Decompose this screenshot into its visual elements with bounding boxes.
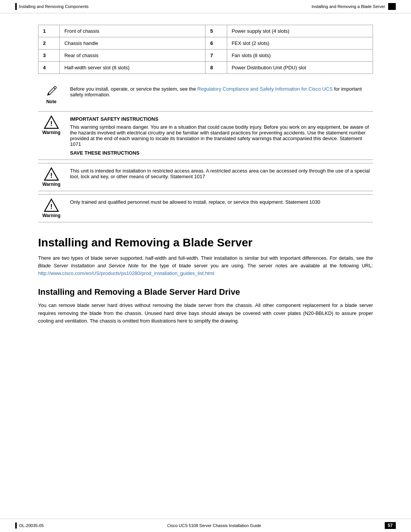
warning-body-1: This warning symbol means danger. You ar… <box>70 124 373 147</box>
page-wrapper: Installing and Removing Components Insta… <box>0 0 411 532</box>
warning-section-1: ! Warning IMPORTANT SAFETY INSTRUCTIONS … <box>38 111 373 160</box>
table-num: 8 <box>206 62 227 74</box>
table-num: 4 <box>38 62 60 74</box>
warning-icon-area-2: ! Warning <box>38 167 65 187</box>
header-left-text: Installing and Removing Components <box>19 4 89 9</box>
section1-body-text1: There are two types of blade server supp… <box>38 255 373 261</box>
table-label: Rear of chassis <box>60 50 206 62</box>
warning-label-3: Warning <box>42 213 61 218</box>
footer-left-text: OL-20035-05 <box>19 523 44 528</box>
table-row: 3 Rear of chassis 7 Fan slots (8 slots) <box>38 50 373 62</box>
table-label: Half-width server slot (8 slots) <box>60 62 206 74</box>
warning-icon-area-1: ! Warning <box>38 115 65 135</box>
page-header: Installing and Removing Components Insta… <box>0 0 411 13</box>
table-num: 1 <box>38 25 60 37</box>
table-label: FEX slot (2 slots) <box>227 37 373 50</box>
table-label: Chassis handle <box>60 37 206 50</box>
footer-right: 57 <box>385 522 396 529</box>
table-row: 1 Front of chassis 5 Power supply slot (… <box>38 25 373 37</box>
table-num: 5 <box>206 25 227 37</box>
table-label: Fan slots (8 slots) <box>227 50 373 62</box>
svg-text:!: ! <box>50 203 53 211</box>
table-num: 7 <box>206 50 227 62</box>
table-num: 3 <box>38 50 60 62</box>
components-table: 1 Front of chassis 5 Power supply slot (… <box>38 25 373 74</box>
note-icon-area: Note <box>38 85 65 104</box>
warning-content-2: This unit is intended for installation i… <box>70 167 373 179</box>
warning-triangle-icon: ! <box>44 198 59 212</box>
svg-line-0 <box>49 88 55 94</box>
warning-inner-3: ! Warning Only trained and qualified per… <box>38 198 373 218</box>
warning-content-3: Only trained and qualified personnel mus… <box>70 198 373 205</box>
footer-left-bar <box>15 522 17 529</box>
section1-body-text2: for the type of blade server you are usi… <box>139 263 373 268</box>
warning-inner-2: ! Warning This unit is intended for inst… <box>38 167 373 187</box>
footer-center-text: Cisco UCS 5108 Server Chassis Installati… <box>167 523 261 528</box>
warning-title-1: IMPORTANT SAFETY INSTRUCTIONS <box>70 116 373 122</box>
header-right-text: Installing and Removing a Blade Server <box>312 4 385 9</box>
warning-label-1: Warning <box>42 130 61 135</box>
warning-body-3: Only trained and qualified personnel mus… <box>70 199 373 205</box>
warning-label-2: Warning <box>42 182 61 187</box>
warning-section-3: ! Warning Only trained and qualified per… <box>38 194 373 222</box>
main-content: 1 Front of chassis 5 Power supply slot (… <box>0 13 411 345</box>
table-label: Front of chassis <box>60 25 206 37</box>
section2-body: You can remove blade server hard drives … <box>38 302 373 324</box>
warning-section-2: ! Warning This unit is intended for inst… <box>38 163 373 191</box>
header-right: Installing and Removing a Blade Server <box>312 3 396 10</box>
table-label: Power supply slot (4 slots) <box>227 25 373 37</box>
section1-link[interactable]: http://www.cisco.com/en/US/products/ps10… <box>38 270 214 276</box>
footer-left: OL-20035-05 <box>15 522 44 529</box>
footer-page-number: 57 <box>385 522 396 529</box>
table-num: 6 <box>206 37 227 50</box>
table-label: Power Distribution Unit (PDU) slot <box>227 62 373 74</box>
note-label: Note <box>46 99 57 104</box>
header-left-bar <box>15 3 17 10</box>
warning-icon-area-3: ! Warning <box>38 198 65 218</box>
svg-text:!: ! <box>50 120 53 128</box>
section2-heading: Installing and Removing a Blade Server H… <box>38 287 373 297</box>
note-section: Note Before you install, operate, or ser… <box>38 85 373 104</box>
table-num: 2 <box>38 37 60 50</box>
page-footer: OL-20035-05 Cisco UCS 5108 Server Chassi… <box>0 519 411 532</box>
note-text: Before you install, operate, or service … <box>70 85 373 97</box>
header-left: Installing and Removing Components <box>15 3 89 10</box>
note-icon <box>45 85 58 98</box>
section1-heading: Installing and Removing a Blade Server <box>38 236 373 249</box>
header-right-bar <box>388 3 396 10</box>
warning-inner-1: ! Warning IMPORTANT SAFETY INSTRUCTIONS … <box>38 115 373 156</box>
warning-content-1: IMPORTANT SAFETY INSTRUCTIONS This warni… <box>70 115 373 156</box>
section1-body: There are two types of blade server supp… <box>38 254 373 277</box>
note-text-before: Before you install, operate, or service … <box>70 86 198 92</box>
warning-triangle-icon: ! <box>44 167 59 181</box>
table-row: 2 Chassis handle 6 FEX slot (2 slots) <box>38 37 373 50</box>
warning-body-2: This unit is intended for installation i… <box>70 168 373 179</box>
svg-text:!: ! <box>50 172 53 179</box>
warning-triangle-icon: ! <box>44 115 59 129</box>
table-row: 4 Half-width server slot (8 slots) 8 Pow… <box>38 62 373 74</box>
save-instructions: Save These Instructions <box>70 150 373 156</box>
section1-italic: Blade Server Installation and Service No… <box>38 263 139 268</box>
note-link[interactable]: Regulatory Compliance and Safety Informa… <box>198 86 333 92</box>
